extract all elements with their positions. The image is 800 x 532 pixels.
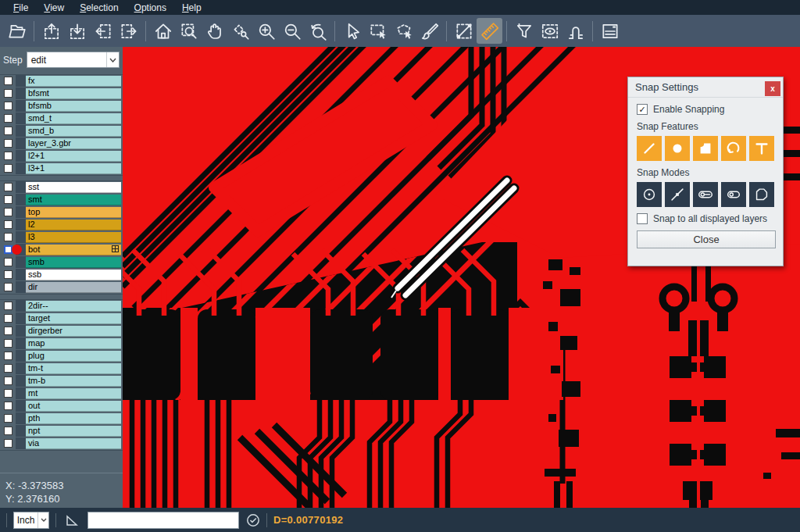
layer-visibility-checkbox[interactable] [4,352,12,360]
layer-name-bar[interactable]: plug [26,351,121,362]
layer-visibility-checkbox[interactable] [4,302,12,310]
menu-item-selection[interactable]: Selection [73,2,125,14]
layer-visibility-checkbox[interactable] [4,364,12,373]
layer-visibility-checkbox[interactable] [4,339,12,348]
zoom-object-button[interactable] [227,18,253,44]
layer-name-bar[interactable]: l2+1 [26,151,121,162]
layer-visibility-checkbox[interactable] [4,139,12,148]
pan-hand-button[interactable] [202,18,227,44]
zoom-previous-button[interactable] [305,18,330,44]
layer-name-bar[interactable]: l3 [26,232,121,243]
close-button[interactable]: Close [637,230,776,248]
snap-slot-button[interactable] [693,182,718,207]
zoom-out-button[interactable] [279,18,305,44]
layer-name-bar[interactable]: bfsmb [26,101,121,112]
layer-name-bar[interactable]: bot [26,245,121,255]
layer-name-bar[interactable]: tm-t [26,363,121,374]
select-poly-button[interactable] [391,18,416,44]
layer-visibility-checkbox[interactable] [4,195,12,204]
snap-all-layers-row[interactable]: Snap to all displayed layers [637,213,774,224]
layer-name-bar[interactable]: sst [26,182,121,193]
pan-left-button[interactable] [90,18,116,44]
layer-name-bar[interactable]: npt [26,426,121,437]
menu-item-options[interactable]: Options [127,2,173,14]
filter-button[interactable] [511,18,537,44]
layer-name-bar[interactable]: pth [26,413,121,424]
pan-up-button[interactable] [38,18,64,44]
layer-visibility-checkbox[interactable] [4,389,12,398]
menu-item-file[interactable]: File [6,2,35,14]
layer-name-bar[interactable]: smd_b [26,126,121,137]
snap-contour-button[interactable] [749,182,774,207]
layer-name-bar[interactable]: target [26,313,121,324]
snap-arc-button[interactable] [721,136,746,161]
enable-snapping-row[interactable]: ✓ Enable Snapping [637,104,774,115]
snap-all-layers-checkbox[interactable] [637,213,648,224]
confirm-circle-icon[interactable] [246,513,260,527]
brush-button[interactable] [416,18,442,44]
layer-visibility-checkbox[interactable] [4,314,12,323]
view-area-button[interactable] [537,18,562,44]
home-view-button[interactable] [150,18,176,44]
snap-circle-button[interactable] [665,136,690,161]
layer-visibility-checkbox[interactable] [4,258,12,266]
step-select[interactable]: edit [27,52,120,68]
layer-name-bar[interactable]: bfsmt [26,88,121,99]
layer-name-bar[interactable]: fx [26,76,121,87]
pan-down-button[interactable] [64,18,90,44]
layer-visibility-checkbox[interactable] [4,164,12,173]
layer-name-bar[interactable]: l3+1 [26,163,121,174]
unit-select[interactable]: Inch [13,512,49,529]
layers-panel-button[interactable] [597,18,623,44]
layer-visibility-checkbox[interactable] [4,77,12,85]
layer-visibility-checkbox[interactable] [4,152,12,160]
layer-name-bar[interactable]: dir [26,282,121,293]
layer-visibility-checkbox[interactable] [4,208,12,216]
layer-visibility-checkbox[interactable] [4,114,12,123]
snap-magnet-button[interactable] [562,18,588,44]
open-folder-button[interactable] [4,18,30,44]
layer-name-bar[interactable]: top [26,207,121,218]
layer-visibility-checkbox[interactable] [4,127,12,135]
layer-name-bar[interactable]: smd_t [26,113,121,124]
layer-name-bar[interactable]: smb [26,257,121,268]
ruler-button[interactable] [477,18,502,44]
layer-name-bar[interactable]: mt [26,388,121,399]
select-rect-button[interactable] [365,18,391,44]
snap-midpoint-button[interactable] [665,182,690,207]
angle-measure-icon[interactable] [65,513,80,527]
layer-visibility-checkbox[interactable] [4,245,12,254]
layer-name-bar[interactable]: ssb [26,270,121,280]
layer-name-bar[interactable]: dirgerber [26,326,121,337]
layer-visibility-checkbox[interactable] [4,402,12,410]
layer-name-bar[interactable]: via [26,438,121,449]
layer-visibility-checkbox[interactable] [4,183,12,191]
snap-line-button[interactable] [637,136,662,161]
measure-line-button[interactable] [451,18,477,44]
menu-item-help[interactable]: Help [175,2,209,14]
active-layer-dot[interactable] [12,245,22,255]
close-icon[interactable]: x [765,81,780,96]
layer-visibility-checkbox[interactable] [4,283,12,291]
layer-visibility-checkbox[interactable] [4,220,12,229]
snap-text-button[interactable] [749,136,774,161]
enable-snapping-checkbox[interactable]: ✓ [637,104,648,115]
layer-name-bar[interactable]: tm-b [26,376,121,387]
layer-name-bar[interactable]: layer_3.gbr [26,138,121,149]
layer-visibility-checkbox[interactable] [4,414,12,423]
snap-oblong-button[interactable] [721,182,746,207]
snap-surface-button[interactable] [693,136,718,161]
layer-name-bar[interactable]: map [26,338,121,349]
zoom-in-button[interactable] [253,18,279,44]
layer-name-bar[interactable]: out [26,401,121,412]
pan-right-button[interactable] [116,18,141,44]
dialog-title-bar[interactable]: Snap Settings x [628,77,783,98]
layer-name-bar[interactable]: 2dir-- [26,301,121,312]
layer-name-bar[interactable]: l2 [26,220,121,230]
layer-visibility-checkbox[interactable] [4,377,12,385]
layer-name-bar[interactable]: smt [26,195,121,205]
select-pointer-button[interactable] [339,18,365,44]
measure-input[interactable] [88,512,239,529]
zoom-window-button[interactable] [176,18,202,44]
layer-visibility-checkbox[interactable] [4,439,12,448]
